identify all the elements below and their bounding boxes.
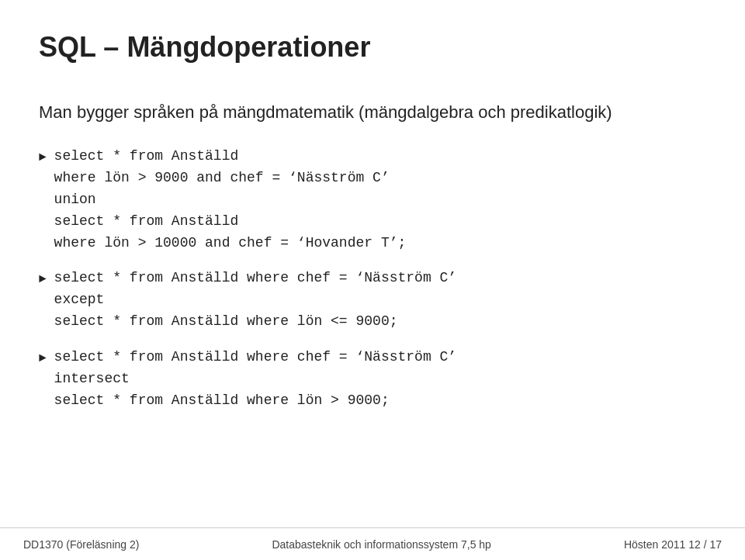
code-block: ► select * from Anställd where lön > 900… — [39, 146, 706, 412]
footer-center: Databasteknik och informationssystem 7,5… — [272, 538, 490, 551]
bullet-item-2: ► select * from Anställd where chef = ‘N… — [39, 268, 706, 333]
code-line-1-5: where lön > 10000 and chef = ‘Hovander T… — [54, 233, 407, 254]
code-line-1-4: select * from Anställd — [54, 211, 407, 233]
code-line-2-1: select * from Anställd where chef = ‘Näs… — [54, 268, 456, 289]
page-title: SQL – Mängdoperationer — [39, 31, 706, 64]
bullet-arrow-1: ► — [39, 148, 47, 168]
bullet-item-1: ► select * from Anställd where lön > 900… — [39, 146, 706, 254]
code-lines-3: select * from Anställd where chef = ‘Näs… — [54, 347, 456, 412]
bullet-arrow-2: ► — [39, 270, 47, 289]
code-line-3-1: select * from Anställd where chef = ‘Näs… — [54, 347, 456, 368]
footer: DD1370 (Föreläsning 2) Databasteknik och… — [0, 527, 745, 560]
bullet-arrow-3: ► — [39, 349, 47, 368]
intro-text: Man bygger språken på mängdmatematik (mä… — [39, 102, 706, 123]
code-line-1-1: select * from Anställd — [54, 146, 407, 168]
footer-left: DD1370 (Föreläsning 2) — [23, 538, 139, 551]
code-line-1-3: union — [54, 189, 407, 211]
code-line-3-3: select * from Anställd where lön > 9000; — [54, 390, 456, 412]
code-line-3-2: intersect — [54, 368, 456, 390]
code-line-1-2: where lön > 9000 and chef = ‘Näsström C’ — [54, 168, 407, 189]
code-line-2-2: except — [54, 289, 456, 311]
footer-right: Hösten 2011 12 / 17 — [624, 538, 722, 551]
bullet-item-3: ► select * from Anställd where chef = ‘N… — [39, 347, 706, 412]
code-line-2-3: select * from Anställd where lön <= 9000… — [54, 311, 456, 333]
code-lines-1: select * from Anställd where lön > 9000 … — [54, 146, 407, 254]
main-content: SQL – Mängdoperationer Man bygger språke… — [0, 0, 745, 412]
code-lines-2: select * from Anställd where chef = ‘Näs… — [54, 268, 456, 333]
